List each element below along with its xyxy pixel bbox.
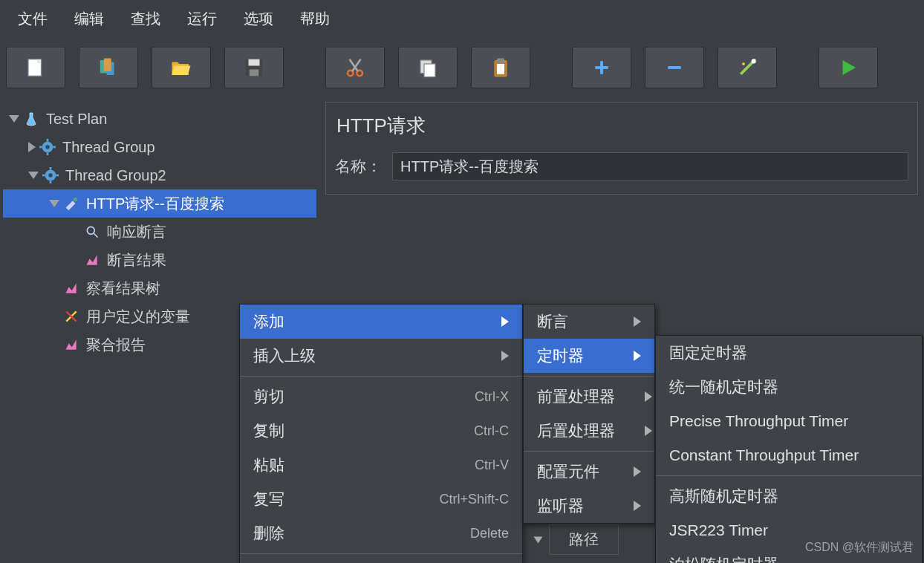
magnifier-icon [83,223,101,241]
ctx-paste[interactable]: 粘贴Ctrl-V [240,448,522,482]
tree-item-label: 聚合报告 [86,335,146,355]
ctx-gaussian-timer[interactable]: 高斯随机定时器 [656,479,922,513]
menu-file[interactable]: 文件 [7,4,58,33]
play-icon[interactable] [819,47,878,88]
menubar: 文件 编辑 查找 运行 选项 帮助 [0,0,924,38]
menu-run[interactable]: 运行 [177,4,227,33]
tree-thread-group2[interactable]: Thread Group2 [3,161,316,189]
tree-item-label: 断言结果 [107,250,166,270]
svg-point-37 [87,227,94,234]
tree-item-label: 用户定义的变量 [86,307,190,327]
tree-http-request[interactable]: HTTP请求--百度搜索 [3,189,316,218]
toolbar [0,38,924,97]
sampler-icon [62,195,80,212]
tree-assertion-result[interactable]: 断言结果 [3,246,316,274]
behind-path: 路径 [535,524,619,555]
tree-item-label: 察看结果树 [86,279,160,299]
svg-point-22 [742,62,745,65]
tree-item-label: Thread Group2 [65,167,166,184]
ctx-copy[interactable]: 复制Ctrl-C [240,414,522,448]
chart-icon [62,279,80,297]
ctx-constant-throughput[interactable]: Constant Throughput Timer [656,438,922,472]
ctx-postprocessor[interactable]: 后置处理器 [524,414,654,448]
tree-root-label: Test Plan [46,111,107,128]
svg-marker-23 [843,60,856,75]
ctx-add[interactable]: 添加 [240,305,522,339]
panel-title: HTTP请求 [335,108,908,152]
tree-item-label: 响应断言 [107,222,166,242]
tree-root[interactable]: Test Plan [3,105,316,133]
menu-edit[interactable]: 编辑 [64,4,114,33]
ctx-uniform-random-timer[interactable]: 统一随机定时器 [656,370,922,404]
name-label: 名称： [335,156,382,177]
tree-thread-group[interactable]: Thread Group [3,133,316,161]
tools-icon [62,307,80,325]
tree-item-label: HTTP请求--百度搜索 [86,194,224,214]
menu-help[interactable]: 帮助 [290,4,340,33]
svg-rect-16 [497,64,504,74]
ctx-open[interactable]: 打开... [240,557,522,563]
menu-search[interactable]: 查找 [120,4,171,33]
flask-icon [22,110,40,128]
ctx-insert-parent[interactable]: 插入上级 [240,339,522,373]
name-input[interactable] [392,152,908,180]
svg-rect-13 [424,64,435,77]
minus-icon[interactable] [645,47,704,88]
save-icon[interactable] [224,47,284,88]
paste-icon[interactable] [471,47,530,88]
svg-rect-6 [249,59,260,66]
chart-icon [62,336,80,354]
tree-response-assertion[interactable]: 响应断言 [3,218,316,246]
wand-icon[interactable] [718,47,777,88]
ctx-delete[interactable]: 删除Delete [240,516,522,550]
svg-rect-15 [497,59,504,63]
ctx-timer[interactable]: 定时器 [524,339,654,373]
cut-icon[interactable] [325,47,385,88]
ctx-duplicate[interactable]: 复写Ctrl+Shift-C [240,482,522,516]
ctx-assertions[interactable]: 断言 [524,305,654,339]
watermark: CSDN @软件测试君 [805,540,914,556]
ctx-precise-throughput[interactable]: Precise Throughput Timer [656,404,922,438]
new-file-icon[interactable] [6,47,65,88]
svg-point-36 [74,198,78,202]
ctx-cut[interactable]: 剪切Ctrl-X [240,380,522,414]
templates-icon[interactable] [79,47,138,88]
chart-icon [83,251,101,269]
context-menu-add: 断言 定时器 前置处理器 后置处理器 配置元件 监听器 [523,304,655,524]
ctx-preprocessor[interactable]: 前置处理器 [524,380,654,414]
ctx-config[interactable]: 配置元件 [524,455,654,489]
menu-options[interactable]: 选项 [233,4,284,33]
ctx-constant-timer[interactable]: 固定定时器 [656,336,922,370]
context-menu-main: 添加 插入上级 剪切Ctrl-X 复制Ctrl-C 粘贴Ctrl-V 复写Ctr… [239,304,523,563]
plus-icon[interactable] [572,47,631,88]
gear-icon [42,166,59,184]
ctx-listener[interactable]: 监听器 [524,489,654,523]
svg-rect-7 [250,70,259,77]
tree-item-label: Thread Group [62,139,155,156]
svg-line-38 [94,234,98,238]
gear-icon [39,138,56,156]
context-menu-timers: 固定定时器 统一随机定时器 Precise Throughput Timer C… [655,335,923,563]
copy-icon[interactable] [398,47,458,88]
tree-view-results[interactable]: 察看结果树 [3,274,316,302]
svg-rect-4 [104,59,111,72]
svg-point-31 [48,173,53,178]
svg-point-25 [45,145,50,149]
open-icon[interactable] [152,47,211,88]
svg-point-21 [752,59,756,63]
